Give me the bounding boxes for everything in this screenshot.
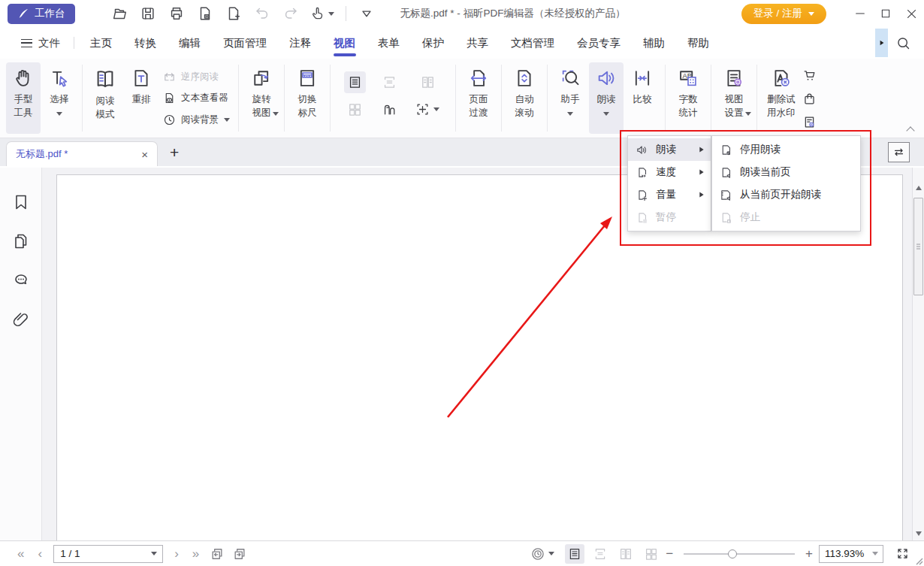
ribbon-expand-button[interactable] xyxy=(875,29,888,57)
menu-tab-view[interactable]: 视图 xyxy=(322,27,367,59)
menu-tab-accessibility[interactable]: 辅助 xyxy=(632,27,676,59)
page-transition-button[interactable]: 页面过渡 xyxy=(461,62,496,134)
assistant-icon xyxy=(560,68,581,89)
redo-button[interactable] xyxy=(276,2,305,25)
reverse-reading-button[interactable]: 逆序阅读 xyxy=(163,68,230,85)
zoom-slider[interactable] xyxy=(684,553,795,555)
login-register-button[interactable]: 登录 / 注册 xyxy=(741,4,826,24)
cart-button[interactable] xyxy=(802,68,817,83)
previous-view-button[interactable] xyxy=(206,546,228,561)
zoom-in-button[interactable]: + xyxy=(804,546,814,561)
assistant-button[interactable]: 助手 xyxy=(553,62,587,134)
reflow-button[interactable]: 重排 xyxy=(124,62,159,134)
new-tab-button[interactable]: + xyxy=(170,144,179,160)
toggle-ruler-button[interactable]: 切换标尺 xyxy=(290,62,325,134)
menu-item-pause[interactable]: 暂停 xyxy=(628,206,711,229)
reading-background-caret-icon xyxy=(224,118,230,122)
layout-continuous-button[interactable] xyxy=(382,75,397,89)
comments-panel-button[interactable] xyxy=(12,271,30,289)
read-mode-button[interactable]: 阅读模式 xyxy=(88,62,122,134)
search-button[interactable] xyxy=(888,35,918,51)
scroll-down-button[interactable] xyxy=(913,531,924,536)
select-text-icon xyxy=(49,68,70,89)
menu-item-deactivate-read[interactable]: 停用朗读 xyxy=(712,138,860,161)
collapse-ribbon-button[interactable] xyxy=(907,126,915,132)
attachments-panel-button[interactable] xyxy=(12,310,30,328)
menu-tab-help[interactable]: 帮助 xyxy=(676,27,720,59)
save-button[interactable] xyxy=(134,2,162,25)
menu-tab-share[interactable]: 共享 xyxy=(455,27,500,59)
prev-page-button[interactable]: ‹ xyxy=(31,547,49,560)
select-button[interactable]: 选择 xyxy=(42,62,77,134)
read-aloud-button[interactable]: 朗读 xyxy=(589,62,624,134)
menu-item-read-current-page[interactable]: 朗读当前页 xyxy=(712,161,860,183)
layout-quad-button[interactable] xyxy=(348,102,362,117)
window-resize-grip[interactable] xyxy=(913,555,923,565)
menu-item-read[interactable]: 朗读 xyxy=(628,138,711,161)
switch-document-button[interactable] xyxy=(888,142,910,162)
pages-panel-button[interactable] xyxy=(12,232,30,250)
layout-separate-cover-button[interactable] xyxy=(382,102,397,117)
auto-scroll-button[interactable]: 自动滚动 xyxy=(507,62,542,134)
bookmarks-panel-button[interactable] xyxy=(12,193,30,211)
export-page-button[interactable] xyxy=(191,2,219,25)
chevron-down-icon[interactable] xyxy=(352,2,381,25)
touch-mode-button[interactable] xyxy=(305,2,340,25)
minimize-button[interactable] xyxy=(847,2,873,25)
page-number-input[interactable]: 1 / 1 xyxy=(53,545,163,563)
reading-background-button[interactable]: 阅读背景 xyxy=(163,111,230,128)
rotate-view-button[interactable]: 旋转视图 xyxy=(244,62,279,134)
menu-item-speed[interactable]: 速度 xyxy=(628,161,711,183)
menu-file[interactable]: 文件 xyxy=(12,27,69,59)
create-page-button[interactable] xyxy=(219,2,248,25)
next-view-button[interactable] xyxy=(228,546,251,561)
compare-button[interactable]: 比较 xyxy=(625,62,660,134)
menu-tab-page-manage[interactable]: 页面管理 xyxy=(212,27,278,59)
menu-tab-comment[interactable]: 注释 xyxy=(278,27,322,59)
status-layout-quad-button[interactable] xyxy=(642,544,661,564)
fullscreen-button[interactable] xyxy=(891,546,913,561)
menu-tab-doc-manage[interactable]: 文档管理 xyxy=(500,27,566,59)
remove-trial-watermark-button[interactable]: 删除试用水印 xyxy=(762,62,799,134)
status-layout-single-button[interactable] xyxy=(565,544,584,564)
menu-tab-home[interactable]: 主页 xyxy=(79,27,123,59)
menu-tab-form[interactable]: 表单 xyxy=(367,27,411,59)
menu-tab-member[interactable]: 会员专享 xyxy=(566,27,632,59)
layout-facing-button[interactable] xyxy=(421,75,435,89)
undo-button[interactable] xyxy=(248,2,276,25)
document-tab[interactable]: 无标题.pdf * × xyxy=(6,141,158,166)
maximize-button[interactable] xyxy=(873,2,898,25)
print-button[interactable] xyxy=(162,2,191,25)
assistant-label: 助手 xyxy=(561,92,580,106)
first-page-button[interactable]: « xyxy=(11,547,31,560)
menu-tab-edit[interactable]: 编辑 xyxy=(168,27,212,59)
menu-tab-protect[interactable]: 保护 xyxy=(411,27,455,59)
zoom-input[interactable]: 113.93% xyxy=(819,545,883,563)
text-viewer-button[interactable]: 文本查看器 xyxy=(163,90,230,107)
close-button[interactable] xyxy=(898,2,924,25)
vertical-scrollbar[interactable] xyxy=(912,168,924,540)
page-settings-button[interactable] xyxy=(802,115,817,129)
view-settings-button[interactable]: 视图设置 xyxy=(717,62,751,134)
layout-single-page-button[interactable] xyxy=(344,71,366,93)
workbench-button[interactable]: 工作台 xyxy=(8,4,75,24)
zoom-out-button[interactable]: − xyxy=(664,546,675,561)
last-page-button[interactable]: » xyxy=(186,547,206,560)
open-file-button[interactable] xyxy=(105,2,134,25)
scroll-up-button[interactable] xyxy=(913,186,924,190)
menu-item-read-from-current-page[interactable]: 从当前页开始朗读 xyxy=(712,183,860,206)
menu-tab-convert[interactable]: 转换 xyxy=(123,27,168,59)
zoom-slider-knob[interactable] xyxy=(728,549,737,558)
hand-tool-button[interactable]: 手型工具 xyxy=(6,62,41,134)
reading-timer-button[interactable] xyxy=(529,546,547,561)
status-layout-facing-button[interactable] xyxy=(616,544,636,564)
scrollbar-thumb[interactable] xyxy=(913,198,923,295)
menu-item-stop[interactable]: 停止 xyxy=(712,206,860,229)
status-layout-continuous-button[interactable] xyxy=(590,544,610,564)
word-count-button[interactable]: AB 字数统计 xyxy=(671,62,705,134)
layout-split-button[interactable] xyxy=(415,102,439,117)
shop-bag-button[interactable] xyxy=(802,92,817,106)
next-page-button[interactable]: › xyxy=(168,547,186,560)
menu-item-volume[interactable]: 音量 xyxy=(628,183,711,206)
tab-close-icon[interactable]: × xyxy=(141,148,148,161)
